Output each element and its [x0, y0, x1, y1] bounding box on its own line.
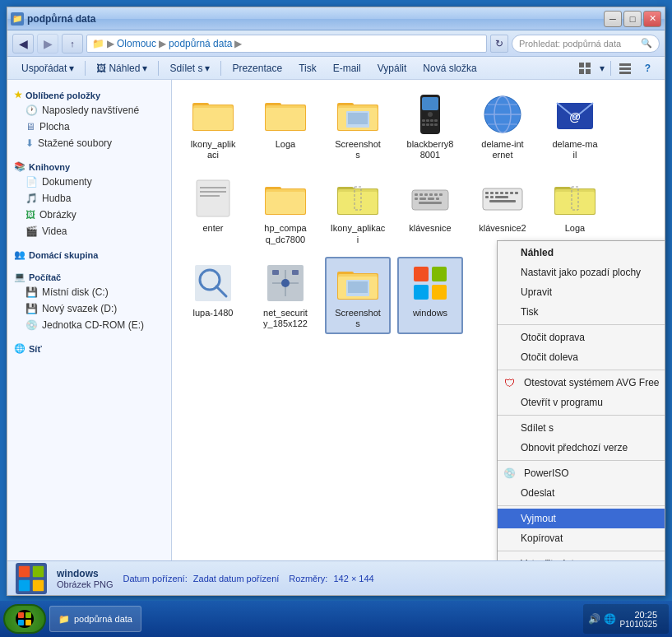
file-item-klavesnice[interactable]: klávesnice — [397, 172, 463, 249]
folder-icon-screenshots2 — [336, 262, 379, 305]
toolbar-presentation[interactable]: Prezentace — [225, 59, 290, 77]
file-item-net-security[interactable]: net_security_185x122 — [253, 257, 318, 334]
ctx-poweriso[interactable]: 💿 PowerISO — [498, 463, 665, 483]
ctx-create-shortcut[interactable]: Vytvořit zástupce — [498, 554, 665, 560]
ctx-set-wallpaper[interactable]: Nastavit jako pozadí plochy — [498, 263, 665, 282]
ctx-cut[interactable]: Vyjmout — [498, 509, 665, 528]
back-button[interactable]: ◀ — [12, 34, 34, 53]
sidebar-item-pictures[interactable]: 🖼 Obrázky — [7, 207, 171, 223]
toolbar-print[interactable]: Tisk — [291, 59, 324, 77]
recent-icon: 🕐 — [25, 105, 38, 116]
sidebar-network-title[interactable]: 🌐 Síť — [7, 340, 171, 356]
search-bar[interactable]: Prohledat: podpůrná data 🔍 — [512, 35, 660, 53]
taskbar: 📁 podpůrná data 🔊 🌐 20:25 P1010325 — [0, 601, 672, 637]
sidebar-item-music[interactable]: 🎵 Hudba — [7, 190, 171, 207]
toolbar-preview[interactable]: 🖼 Náhled ▾ — [89, 59, 155, 77]
file-item-loga-zip[interactable]: Loga — [542, 172, 608, 249]
svg-rect-46 — [266, 192, 305, 214]
file-item-blackberry[interactable]: blackberry88001 — [397, 88, 463, 165]
breadcrumb-current[interactable]: podpůrná data — [169, 38, 232, 49]
svg-rect-101 — [33, 565, 44, 576]
file-label: Ikony_aplikaci — [190, 139, 235, 160]
breadcrumb-olomouc[interactable]: Olomouc — [117, 38, 156, 49]
file-label-net-security: net_security_185x122 — [263, 308, 308, 329]
toolbar-view-arrow[interactable]: ▾ — [597, 59, 607, 77]
file-item-windows[interactable]: windows — [397, 257, 463, 334]
svg-rect-62 — [436, 198, 439, 200]
toolbar-organize[interactable]: Uspořádat ▾ — [14, 59, 81, 77]
svg-rect-20 — [348, 113, 368, 124]
file-item-screenshots[interactable]: Screenshots — [325, 88, 391, 165]
ctx-avg[interactable]: 🛡 Otestovat systémem AVG Free — [498, 373, 665, 393]
file-item-lupa[interactable]: lupa-1480 — [180, 257, 246, 334]
file-item-delame-mail[interactable]: @ delame-mail — [542, 88, 608, 165]
toolbar-share[interactable]: Sdílet s ▾ — [162, 59, 217, 77]
file-item-ikony-zip[interactable]: Ikony_aplikaci — [325, 172, 391, 249]
ctx-copy[interactable]: Kopírovat — [498, 528, 665, 548]
sidebar-homegroup-title[interactable]: 👥 Domácí skupina — [7, 246, 171, 262]
file-item-screenshots-2[interactable]: Screenshots — [325, 257, 391, 334]
sidebar-item-recent[interactable]: 🕐 Naposledy navštívené — [7, 102, 171, 119]
breadcrumb[interactable]: 📁 ▶ Olomouc ▶ podpůrná data ▶ — [86, 35, 487, 53]
ctx-rotate-left[interactable]: Otočit doleva — [498, 347, 665, 367]
window-title: podpůrná data — [27, 13, 604, 25]
sidebar-item-docs[interactable]: 📄 Dokumenty — [7, 174, 171, 190]
file-item-ikony-aplikaci-1[interactable]: Ikony_aplikaci — [180, 88, 246, 165]
minimize-button[interactable]: ─ — [604, 11, 622, 27]
zip-icon-loga — [554, 177, 596, 220]
ctx-sep-2 — [498, 370, 665, 370]
taskbar-explorer[interactable]: 📁 podpůrná data — [49, 606, 141, 632]
toolbar-burn[interactable]: Vypálit — [370, 59, 415, 77]
sidebar-item-desktop[interactable]: 🖥 Plocha — [7, 119, 171, 135]
clock-date: P1010325 — [619, 620, 657, 629]
svg-rect-68 — [500, 192, 503, 194]
svg-rect-73 — [490, 196, 494, 198]
status-size-label: Rozměry: — [289, 574, 327, 584]
close-button[interactable]: ✕ — [643, 11, 661, 27]
ctx-edit[interactable]: Upravit — [498, 282, 665, 302]
folder-icon-screenshots — [336, 93, 379, 136]
file-item-delame-internet[interactable]: delame-internet — [470, 88, 535, 165]
ctx-open-with[interactable]: Otevřít v programu — [498, 393, 665, 412]
ctx-preview[interactable]: Náhled — [498, 243, 665, 263]
status-size-value: 142 × 144 — [333, 574, 373, 584]
svg-rect-29 — [426, 123, 429, 126]
search-icon[interactable]: 🔍 — [641, 38, 652, 49]
file-item-klavesnice2[interactable]: klávesnice2 — [470, 172, 535, 249]
status-thumbnail — [16, 563, 47, 594]
svg-rect-24 — [422, 119, 425, 122]
harddisk-c-icon: 💾 — [25, 286, 38, 298]
toolbar-email[interactable]: E-mail — [326, 59, 368, 77]
up-button[interactable]: ↑ — [62, 34, 83, 53]
ctx-rotate-right[interactable]: Otočit doprava — [498, 328, 665, 347]
toolbar-separator-1 — [85, 61, 86, 76]
sidebar-item-video[interactable]: 🎬 Videa — [7, 223, 171, 239]
maximize-button[interactable]: □ — [623, 11, 642, 27]
toolbar-details-panel[interactable] — [614, 59, 636, 77]
svg-rect-60 — [419, 198, 426, 200]
sidebar-item-cdrom[interactable]: 💿 Jednotka CD-ROM (E:) — [7, 317, 171, 333]
sidebar-item-downloads[interactable]: ⬇ Stažené soubory — [7, 135, 171, 151]
sidebar-computer-title[interactable]: 💻 Počítač — [7, 268, 171, 284]
taskbar-explorer-label: podpůrná data — [74, 614, 132, 624]
ctx-share-with[interactable]: Sdílet s — [498, 418, 665, 438]
svg-rect-22 — [422, 97, 438, 110]
ctx-print[interactable]: Tisk — [498, 302, 665, 322]
window-icon: 📁 — [11, 12, 24, 26]
file-item-hp-compaq[interactable]: hp_compaq_dc7800 — [253, 172, 318, 249]
ctx-restore[interactable]: Obnovit předchozí verze — [498, 438, 665, 458]
start-button[interactable] — [3, 604, 46, 634]
ctx-send-to[interactable]: Odeslat — [498, 483, 665, 503]
sidebar-item-local-c[interactable]: 💾 Místní disk (C:) — [7, 284, 171, 300]
breadcrumb-refresh[interactable]: ↻ — [490, 35, 508, 53]
sidebar-item-local-d[interactable]: 💾 Nový svazek (D:) — [7, 300, 171, 317]
toolbar-view-large[interactable] — [574, 59, 596, 77]
ctx-sep-3 — [498, 415, 665, 416]
file-item-enter[interactable]: enter — [180, 172, 246, 249]
toolbar-help[interactable]: ? — [637, 59, 658, 77]
file-item-loga-1[interactable]: Loga — [253, 88, 318, 165]
forward-button[interactable]: ▶ — [37, 34, 58, 53]
cdrom-icon: 💿 — [25, 319, 38, 331]
toolbar-new-folder[interactable]: Nová složka — [415, 59, 484, 77]
svg-rect-56 — [429, 193, 433, 196]
